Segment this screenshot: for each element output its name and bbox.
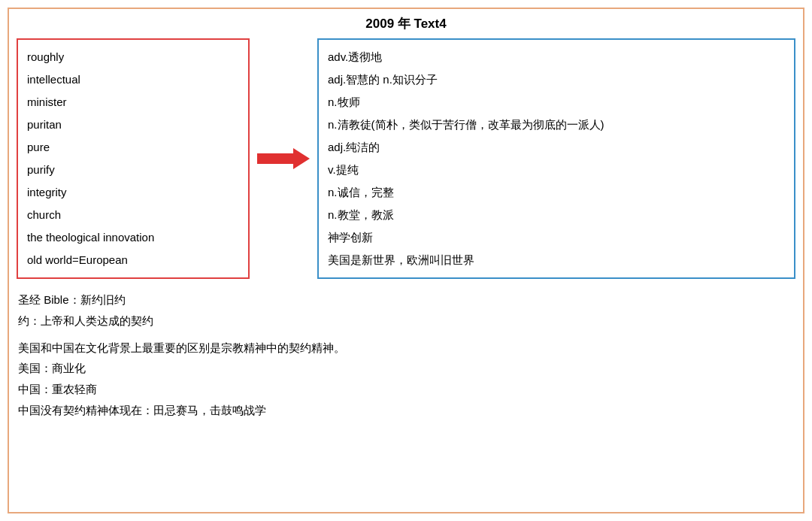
definition-item: n.牧师 [328, 91, 785, 114]
definition-item: n.教堂，教派 [328, 204, 785, 226]
definition-item: adj.智慧的 n.知识分子 [328, 68, 785, 91]
word-item: puritan [27, 114, 239, 136]
word-item: old world=European [27, 249, 239, 271]
note-line: 约：上帝和人类达成的契约 [18, 310, 794, 332]
word-item: roughly [27, 46, 239, 68]
definition-item: 美国是新世界，欧洲叫旧世界 [328, 249, 785, 271]
svg-marker-0 [257, 148, 310, 169]
title-row: 2009 年 Text4 [17, 15, 795, 32]
note-line: 美国和中国在文化背景上最重要的区别是宗教精神中的契约精神。 [18, 338, 794, 359]
word-item: minister [27, 91, 239, 114]
note-line: 圣经 Bible：新约旧约 [18, 289, 794, 310]
word-item: the theological innovation [27, 226, 239, 249]
definition-item: 神学创新 [328, 226, 785, 249]
definition-item: adj.纯洁的 [328, 136, 785, 159]
definition-item: v.提纯 [328, 159, 785, 181]
word-item: pure [27, 136, 239, 159]
word-list-box: roughlyintellectualministerpuritanpurepu… [17, 38, 250, 279]
definition-item: n.清教徒(简朴，类似于苦行僧，改革最为彻底的一派人) [328, 114, 785, 136]
right-arrow-icon [257, 148, 310, 169]
outer-container: 2009 年 Text4 roughlyintellectualminister… [8, 8, 804, 513]
spacer [18, 332, 794, 338]
note-line: 中国没有契约精神体现在：田忌赛马，击鼓鸣战学 [18, 400, 794, 421]
notes-section: 圣经 Bible：新约旧约约：上帝和人类达成的契约美国和中国在文化背景上最重要的… [17, 286, 795, 421]
page-title: 2009 年 Text4 [365, 17, 446, 31]
word-item: church [27, 204, 239, 226]
definition-list-box: adv.透彻地adj.智慧的 n.知识分子n.牧师n.清教徒(简朴，类似于苦行僧… [317, 38, 795, 279]
note-line: 美国：商业化 [18, 358, 794, 379]
definition-item: adv.透彻地 [328, 46, 785, 68]
word-item: integrity [27, 181, 239, 204]
arrow-container [250, 38, 317, 279]
note-line: 中国：重农轻商 [18, 379, 794, 400]
definition-item: n.诚信，完整 [328, 181, 785, 204]
vocab-section: roughlyintellectualministerpuritanpurepu… [17, 38, 795, 279]
word-item: purify [27, 159, 239, 181]
word-item: intellectual [27, 68, 239, 91]
